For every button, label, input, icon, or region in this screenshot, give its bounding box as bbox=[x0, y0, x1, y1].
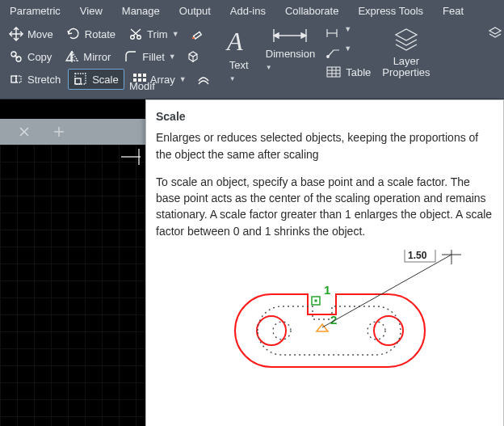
chevron-down-icon[interactable]: ▼ bbox=[229, 75, 236, 82]
svg-marker-40 bbox=[489, 27, 501, 34]
svg-point-50 bbox=[368, 322, 385, 340]
move-label: Move bbox=[27, 28, 53, 40]
svg-text:A: A bbox=[225, 27, 243, 56]
layer-properties-button[interactable]: LayerProperties bbox=[377, 23, 435, 94]
mirror-icon bbox=[65, 49, 79, 64]
copy-icon bbox=[9, 49, 23, 64]
tooltip-illustration: 1 2 1.50 bbox=[187, 250, 461, 411]
panel-annotation: A Text▼ Dimension▼ ▼ ▼ Table bbox=[217, 21, 375, 99]
chevron-down-icon[interactable]: ▼ bbox=[179, 75, 186, 83]
copy-button[interactable]: Copy bbox=[3, 46, 57, 67]
explode-icon bbox=[186, 49, 200, 64]
tooltip-title: Scale bbox=[156, 108, 494, 124]
move-icon bbox=[9, 27, 23, 41]
layer-states-button[interactable] bbox=[488, 26, 502, 39]
svg-rect-53 bbox=[315, 300, 317, 302]
move-button[interactable]: Move bbox=[3, 23, 59, 44]
panel-title-modify: Modif bbox=[129, 80, 155, 92]
tooltip-paragraph-1: Enlarges or reduces selected objects, ke… bbox=[156, 129, 494, 162]
svg-point-33 bbox=[327, 56, 330, 58]
menu-manage[interactable]: Manage bbox=[112, 0, 170, 21]
svg-rect-34 bbox=[327, 67, 340, 77]
panel-layers: LayerProperties bbox=[374, 21, 438, 99]
mirror-button[interactable]: Mirror bbox=[59, 46, 116, 67]
svg-rect-6 bbox=[193, 32, 201, 38]
close-tab-button[interactable] bbox=[16, 124, 32, 140]
menu-bar: Parametric View Manage Output Add-ins Co… bbox=[0, 0, 504, 21]
offset-button[interactable] bbox=[193, 69, 214, 90]
copy-label: Copy bbox=[27, 51, 52, 63]
dimension-label: Dimension bbox=[266, 48, 315, 60]
svg-marker-13 bbox=[73, 53, 78, 61]
stretch-label: Stretch bbox=[27, 74, 61, 86]
chevron-down-icon[interactable]: ▼ bbox=[344, 44, 351, 61]
chevron-down-icon[interactable]: ▼ bbox=[172, 30, 178, 38]
chevron-down-icon[interactable]: ▼ bbox=[169, 53, 175, 61]
callout-1: 1 bbox=[324, 283, 330, 297]
table-label: Table bbox=[346, 66, 371, 78]
explode-button[interactable] bbox=[183, 46, 204, 67]
fillet-label: Fillet bbox=[142, 51, 164, 63]
svg-rect-14 bbox=[11, 76, 16, 82]
erase-icon bbox=[189, 27, 204, 41]
rotate-icon bbox=[66, 27, 81, 41]
menu-view[interactable]: View bbox=[70, 0, 112, 21]
svg-marker-39 bbox=[396, 29, 417, 40]
annotation-extras: ▼ ▼ Table bbox=[323, 23, 371, 99]
leader-button[interactable] bbox=[323, 44, 344, 61]
menu-express-tools[interactable]: Express Tools bbox=[348, 0, 433, 21]
scale-icon bbox=[74, 72, 88, 86]
new-tab-button[interactable] bbox=[52, 124, 66, 139]
scale-tooltip: Scale Enlarges or reduces selected objec… bbox=[145, 99, 504, 426]
stretch-button[interactable]: Stretch bbox=[3, 69, 66, 90]
dimension-button[interactable]: Dimension▼ bbox=[261, 23, 320, 94]
rotate-button[interactable]: Rotate bbox=[61, 23, 121, 44]
menu-output[interactable]: Output bbox=[170, 0, 220, 21]
layer-props-label: LayerProperties bbox=[382, 56, 430, 79]
stretch-icon bbox=[9, 72, 23, 86]
trim-label: Trim bbox=[147, 28, 168, 40]
menu-collaborate[interactable]: Collaborate bbox=[275, 0, 349, 21]
trim-icon bbox=[128, 27, 143, 41]
dimension-icon bbox=[271, 26, 309, 45]
drawing-canvas[interactable]: Scale Enlarges or reduces selected objec… bbox=[0, 145, 504, 426]
menu-addins[interactable]: Add-ins bbox=[220, 0, 275, 21]
chevron-down-icon[interactable]: ▼ bbox=[344, 25, 351, 41]
svg-point-49 bbox=[273, 322, 291, 340]
scale-label: Scale bbox=[92, 74, 119, 86]
ribbon: Move Rotate Trim ▼ Copy Mirror bbox=[0, 21, 504, 99]
layers-icon bbox=[393, 26, 420, 53]
linear-dim-button[interactable] bbox=[323, 25, 344, 41]
svg-marker-28 bbox=[274, 33, 279, 38]
tooltip-paragraph-2: To scale an object, specify a base point… bbox=[156, 174, 494, 239]
scale-button[interactable]: Scale bbox=[68, 69, 124, 90]
chevron-down-icon[interactable]: ▼ bbox=[266, 64, 272, 71]
svg-rect-19 bbox=[138, 74, 141, 77]
offset-icon bbox=[196, 72, 211, 86]
svg-marker-12 bbox=[66, 53, 71, 61]
text-icon: A bbox=[225, 26, 253, 57]
svg-rect-16 bbox=[75, 78, 81, 84]
panel-modify: Move Rotate Trim ▼ Copy Mirror bbox=[0, 21, 217, 99]
scale-factor-value: 1.50 bbox=[408, 250, 427, 261]
rotate-label: Rotate bbox=[85, 28, 116, 40]
table-button[interactable] bbox=[323, 64, 344, 80]
svg-rect-15 bbox=[16, 76, 21, 82]
erase-button[interactable] bbox=[186, 23, 207, 44]
svg-point-48 bbox=[374, 316, 403, 345]
svg-marker-29 bbox=[301, 33, 306, 38]
fillet-icon bbox=[124, 49, 138, 64]
trim-button[interactable]: Trim ▼ bbox=[123, 23, 184, 44]
text-button[interactable]: A Text▼ bbox=[220, 23, 258, 94]
text-label: Text bbox=[229, 59, 249, 71]
menu-parametric[interactable]: Parametric bbox=[0, 0, 70, 21]
svg-point-47 bbox=[257, 316, 286, 345]
fillet-button[interactable]: Fillet ▼ bbox=[118, 46, 180, 67]
svg-rect-20 bbox=[143, 74, 146, 77]
mirror-label: Mirror bbox=[83, 51, 111, 63]
menu-featured[interactable]: Feat bbox=[433, 0, 473, 21]
svg-rect-18 bbox=[133, 74, 136, 77]
